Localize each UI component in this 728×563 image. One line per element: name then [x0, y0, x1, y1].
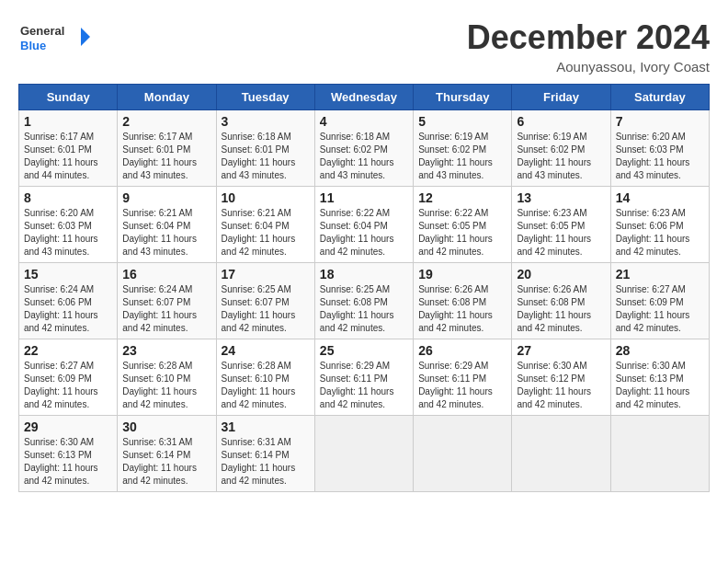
- cell-data: Sunrise: 6:31 AM Sunset: 6:14 PM Dayligh…: [222, 436, 310, 488]
- day-number: 14: [616, 190, 704, 205]
- day-number: 31: [222, 419, 310, 434]
- cell-data: Sunrise: 6:26 AM Sunset: 6:08 PM Dayligh…: [517, 283, 605, 335]
- page-header: General Blue December 2024 Aounyassou, I…: [18, 18, 710, 75]
- calendar-cell: 2Sunrise: 6:17 AM Sunset: 6:01 PM Daylig…: [118, 110, 216, 187]
- day-number: 19: [418, 267, 506, 282]
- header-cell-friday: Friday: [512, 85, 610, 110]
- week-row-1: 1Sunrise: 6:17 AM Sunset: 6:01 PM Daylig…: [19, 110, 710, 187]
- day-number: 27: [517, 343, 605, 358]
- cell-data: Sunrise: 6:29 AM Sunset: 6:11 PM Dayligh…: [320, 360, 408, 411]
- day-number: 30: [122, 419, 210, 434]
- header-cell-tuesday: Tuesday: [216, 85, 314, 110]
- day-number: 1: [24, 114, 112, 129]
- calendar-cell: 9Sunrise: 6:21 AM Sunset: 6:04 PM Daylig…: [118, 187, 216, 263]
- calendar-cell: 19Sunrise: 6:26 AM Sunset: 6:08 PM Dayli…: [414, 263, 512, 339]
- day-number: 15: [24, 267, 112, 282]
- day-number: 9: [122, 190, 210, 205]
- svg-text:General: General: [20, 24, 64, 38]
- calendar-cell: 8Sunrise: 6:20 AM Sunset: 6:03 PM Daylig…: [19, 187, 118, 263]
- calendar-cell: 29Sunrise: 6:30 AM Sunset: 6:13 PM Dayli…: [19, 416, 118, 492]
- day-number: 21: [616, 267, 704, 282]
- calendar-cell: 21Sunrise: 6:27 AM Sunset: 6:09 PM Dayli…: [610, 263, 709, 339]
- day-number: 23: [122, 343, 210, 358]
- calendar-cell: 17Sunrise: 6:25 AM Sunset: 6:07 PM Dayli…: [216, 263, 314, 339]
- cell-data: Sunrise: 6:23 AM Sunset: 6:06 PM Dayligh…: [616, 207, 704, 259]
- day-number: 6: [517, 114, 605, 129]
- day-number: 28: [616, 343, 704, 358]
- calendar-cell: 31Sunrise: 6:31 AM Sunset: 6:14 PM Dayli…: [216, 416, 314, 492]
- svg-text:Blue: Blue: [20, 39, 46, 52]
- location: Aounyassou, Ivory Coast: [467, 59, 710, 75]
- day-number: 25: [320, 343, 408, 358]
- cell-data: Sunrise: 6:19 AM Sunset: 6:02 PM Dayligh…: [418, 131, 506, 182]
- calendar-cell: 25Sunrise: 6:29 AM Sunset: 6:11 PM Dayli…: [314, 339, 413, 416]
- day-number: 4: [320, 114, 408, 129]
- calendar-cell: 28Sunrise: 6:30 AM Sunset: 6:13 PM Dayli…: [610, 339, 709, 416]
- calendar-cell: [314, 416, 413, 492]
- month-title: December 2024: [467, 18, 710, 57]
- calendar-cell: 20Sunrise: 6:26 AM Sunset: 6:08 PM Dayli…: [512, 263, 610, 339]
- cell-data: Sunrise: 6:22 AM Sunset: 6:05 PM Dayligh…: [418, 207, 506, 259]
- week-row-5: 29Sunrise: 6:30 AM Sunset: 6:13 PM Dayli…: [19, 416, 710, 492]
- cell-data: Sunrise: 6:30 AM Sunset: 6:13 PM Dayligh…: [24, 436, 112, 488]
- calendar-cell: 12Sunrise: 6:22 AM Sunset: 6:05 PM Dayli…: [414, 187, 512, 263]
- day-number: 16: [122, 267, 210, 282]
- day-number: 26: [418, 343, 506, 358]
- calendar-cell: 13Sunrise: 6:23 AM Sunset: 6:05 PM Dayli…: [512, 187, 610, 263]
- cell-data: Sunrise: 6:31 AM Sunset: 6:14 PM Dayligh…: [122, 436, 210, 488]
- calendar-cell: 26Sunrise: 6:29 AM Sunset: 6:11 PM Dayli…: [414, 339, 512, 416]
- cell-data: Sunrise: 6:19 AM Sunset: 6:02 PM Dayligh…: [517, 131, 605, 182]
- calendar-cell: 18Sunrise: 6:25 AM Sunset: 6:08 PM Dayli…: [314, 263, 413, 339]
- cell-data: Sunrise: 6:24 AM Sunset: 6:06 PM Dayligh…: [24, 283, 112, 335]
- cell-data: Sunrise: 6:23 AM Sunset: 6:05 PM Dayligh…: [517, 207, 605, 259]
- day-number: 2: [122, 114, 210, 129]
- calendar-cell: 11Sunrise: 6:22 AM Sunset: 6:04 PM Dayli…: [314, 187, 413, 263]
- day-number: 20: [517, 267, 605, 282]
- calendar-cell: 15Sunrise: 6:24 AM Sunset: 6:06 PM Dayli…: [19, 263, 118, 339]
- day-number: 24: [222, 343, 310, 358]
- calendar-cell: 24Sunrise: 6:28 AM Sunset: 6:10 PM Dayli…: [216, 339, 314, 416]
- cell-data: Sunrise: 6:30 AM Sunset: 6:13 PM Dayligh…: [616, 360, 704, 411]
- calendar-table: SundayMondayTuesdayWednesdayThursdayFrid…: [18, 84, 710, 492]
- day-number: 22: [24, 343, 112, 358]
- calendar-cell: 6Sunrise: 6:19 AM Sunset: 6:02 PM Daylig…: [512, 110, 610, 187]
- cell-data: Sunrise: 6:26 AM Sunset: 6:08 PM Dayligh…: [418, 283, 506, 335]
- day-number: 10: [222, 190, 310, 205]
- calendar-cell: 23Sunrise: 6:28 AM Sunset: 6:10 PM Dayli…: [118, 339, 216, 416]
- day-number: 11: [320, 190, 408, 205]
- calendar-cell: 14Sunrise: 6:23 AM Sunset: 6:06 PM Dayli…: [610, 187, 709, 263]
- calendar-cell: 16Sunrise: 6:24 AM Sunset: 6:07 PM Dayli…: [118, 263, 216, 339]
- calendar-cell: 3Sunrise: 6:18 AM Sunset: 6:01 PM Daylig…: [216, 110, 314, 187]
- calendar-cell: 5Sunrise: 6:19 AM Sunset: 6:02 PM Daylig…: [414, 110, 512, 187]
- cell-data: Sunrise: 6:28 AM Sunset: 6:10 PM Dayligh…: [222, 360, 310, 411]
- cell-data: Sunrise: 6:27 AM Sunset: 6:09 PM Dayligh…: [24, 360, 112, 411]
- cell-data: Sunrise: 6:18 AM Sunset: 6:02 PM Dayligh…: [320, 131, 408, 182]
- calendar-cell: 1Sunrise: 6:17 AM Sunset: 6:01 PM Daylig…: [19, 110, 118, 187]
- calendar-cell: 7Sunrise: 6:20 AM Sunset: 6:03 PM Daylig…: [610, 110, 709, 187]
- cell-data: Sunrise: 6:25 AM Sunset: 6:07 PM Dayligh…: [222, 283, 310, 335]
- calendar-cell: [414, 416, 512, 492]
- calendar-cell: [512, 416, 610, 492]
- header-cell-sunday: Sunday: [19, 85, 118, 110]
- cell-data: Sunrise: 6:29 AM Sunset: 6:11 PM Dayligh…: [418, 360, 506, 411]
- cell-data: Sunrise: 6:22 AM Sunset: 6:04 PM Dayligh…: [320, 207, 408, 259]
- day-number: 12: [418, 190, 506, 205]
- calendar-cell: [610, 416, 709, 492]
- cell-data: Sunrise: 6:18 AM Sunset: 6:01 PM Dayligh…: [222, 131, 310, 182]
- calendar-cell: 22Sunrise: 6:27 AM Sunset: 6:09 PM Dayli…: [19, 339, 118, 416]
- day-number: 17: [222, 267, 310, 282]
- title-block: December 2024 Aounyassou, Ivory Coast: [467, 18, 710, 75]
- day-number: 5: [418, 114, 506, 129]
- cell-data: Sunrise: 6:21 AM Sunset: 6:04 PM Dayligh…: [122, 207, 210, 259]
- week-row-2: 8Sunrise: 6:20 AM Sunset: 6:03 PM Daylig…: [19, 187, 710, 263]
- cell-data: Sunrise: 6:17 AM Sunset: 6:01 PM Dayligh…: [122, 131, 210, 182]
- cell-data: Sunrise: 6:25 AM Sunset: 6:08 PM Dayligh…: [320, 283, 408, 335]
- cell-data: Sunrise: 6:30 AM Sunset: 6:12 PM Dayligh…: [517, 360, 605, 411]
- logo: General Blue: [18, 18, 92, 59]
- week-row-3: 15Sunrise: 6:24 AM Sunset: 6:06 PM Dayli…: [19, 263, 710, 339]
- calendar-cell: 10Sunrise: 6:21 AM Sunset: 6:04 PM Dayli…: [216, 187, 314, 263]
- cell-data: Sunrise: 6:21 AM Sunset: 6:04 PM Dayligh…: [222, 207, 310, 259]
- header-cell-thursday: Thursday: [414, 85, 512, 110]
- day-number: 29: [24, 419, 112, 434]
- day-number: 8: [24, 190, 112, 205]
